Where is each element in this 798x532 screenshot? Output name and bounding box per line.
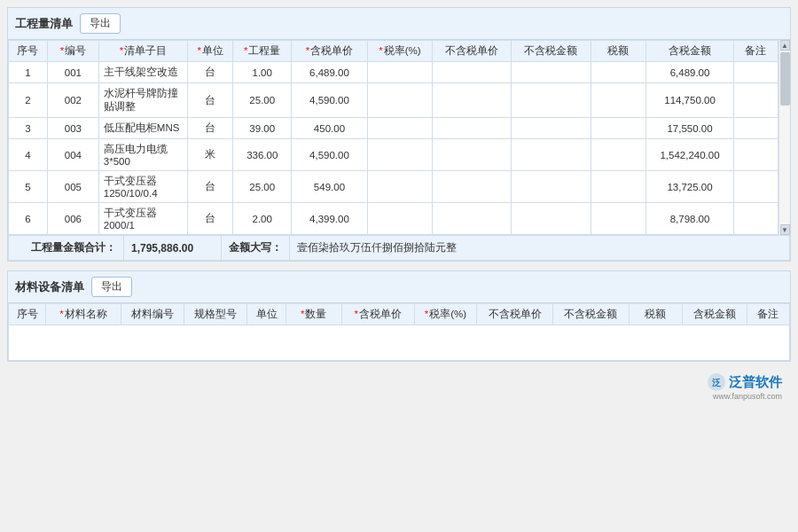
eng-cell-2-7[interactable]: [433, 83, 512, 118]
eng-cell-6-11[interactable]: [733, 203, 778, 235]
engineering-row-4[interactable]: 4004高压电力电缆3*500米336.004,590.001,542,240.…: [9, 139, 778, 171]
eng-cell-3-6[interactable]: [367, 118, 432, 139]
eng-cell-1-4[interactable]: 1.00: [233, 62, 292, 83]
scroll-thumb[interactable]: [780, 52, 790, 106]
logo-area: 泛 泛普软件 www.fanpusoft.com: [7, 371, 791, 404]
eng-cell-6-1[interactable]: 006: [47, 203, 98, 235]
eng-cell-3-11[interactable]: [733, 118, 778, 139]
eng-cell-5-9[interactable]: [591, 171, 646, 203]
col-header-seq: 序号: [9, 41, 48, 62]
engineering-row-6[interactable]: 6006干式变压器2000/1台2.004,399.008,798.00: [9, 203, 778, 235]
eng-cell-5-5[interactable]: 549.00: [292, 171, 367, 203]
eng-cell-6-7[interactable]: [433, 203, 512, 235]
eng-cell-4-8[interactable]: [512, 139, 591, 171]
eng-cell-6-3[interactable]: 台: [188, 203, 233, 235]
eng-cell-2-9[interactable]: [591, 83, 646, 118]
scroll-down-arrow[interactable]: ▼: [780, 224, 790, 235]
eng-cell-2-2[interactable]: 水泥杆号牌防撞贴调整: [98, 83, 188, 118]
eng-cell-5-11[interactable]: [733, 171, 778, 203]
eng-cell-4-6[interactable]: [367, 139, 432, 171]
eng-cell-5-0[interactable]: 5: [9, 171, 48, 203]
eng-cell-5-10[interactable]: 13,725.00: [646, 171, 733, 203]
eng-cell-1-1[interactable]: 001: [47, 62, 98, 83]
engineering-scrollbar[interactable]: ▲ ▼: [778, 40, 790, 235]
eng-cell-4-3[interactable]: 米: [188, 139, 233, 171]
eng-cell-6-4[interactable]: 2.00: [233, 203, 292, 235]
engineering-row-3[interactable]: 3003低压配电柜MNS台39.00450.0017,550.00: [9, 118, 778, 139]
eng-cell-4-2[interactable]: 高压电力电缆3*500: [98, 139, 188, 171]
col-header-name: *清单子目: [98, 41, 188, 62]
col-header-notaxprice: 不含税单价: [433, 41, 512, 62]
eng-cell-1-2[interactable]: 主干线架空改造: [98, 62, 188, 83]
material-header-row: 序号 *材料名称 材料编号 规格型号 单位 *数量 *含税单价 *税率(%) 不…: [9, 304, 790, 325]
material-export-button[interactable]: 导出: [91, 277, 132, 297]
mat-col-taxprice: *含税单价: [341, 304, 414, 325]
scroll-up-arrow[interactable]: ▲: [780, 40, 790, 51]
eng-cell-5-8[interactable]: [512, 171, 591, 203]
eng-cell-6-10[interactable]: 8,798.00: [646, 203, 733, 235]
eng-cell-3-8[interactable]: [512, 118, 591, 139]
col-header-qty: *工程量: [233, 41, 292, 62]
material-empty-row: [9, 325, 790, 361]
engineering-export-button[interactable]: 导出: [80, 13, 121, 34]
eng-cell-2-5[interactable]: 4,590.00: [292, 83, 367, 118]
eng-cell-1-10[interactable]: 6,489.00: [646, 62, 733, 83]
material-title: 材料设备清单: [15, 279, 84, 295]
eng-cell-5-2[interactable]: 干式变压器1250/10/0.4: [98, 171, 188, 203]
eng-cell-2-0[interactable]: 2: [9, 83, 48, 118]
engineering-row-5[interactable]: 5005干式变压器1250/10/0.4台25.00549.0013,725.0…: [9, 171, 778, 203]
eng-cell-1-8[interactable]: [512, 62, 591, 83]
eng-cell-4-5[interactable]: 4,590.00: [292, 139, 367, 171]
col-header-taxamt: 含税金额: [646, 41, 733, 62]
eng-cell-4-9[interactable]: [591, 139, 646, 171]
eng-cell-3-7[interactable]: [433, 118, 512, 139]
eng-cell-3-4[interactable]: 39.00: [233, 118, 292, 139]
eng-cell-4-7[interactable]: [433, 139, 512, 171]
mat-col-num: 材料编号: [121, 304, 184, 325]
eng-cell-1-6[interactable]: [367, 62, 432, 83]
eng-cell-3-2[interactable]: 低压配电柜MNS: [98, 118, 188, 139]
eng-cell-6-9[interactable]: [591, 203, 646, 235]
eng-cell-3-5[interactable]: 450.00: [292, 118, 367, 139]
eng-cell-5-1[interactable]: 005: [47, 171, 98, 203]
eng-cell-6-0[interactable]: 6: [9, 203, 48, 235]
eng-cell-3-3[interactable]: 台: [188, 118, 233, 139]
mat-col-tax: 税额: [629, 304, 682, 325]
engineering-row-2[interactable]: 2002水泥杆号牌防撞贴调整台25.004,590.00114,750.00: [9, 83, 778, 118]
eng-cell-5-4[interactable]: 25.00: [233, 171, 292, 203]
eng-cell-3-9[interactable]: [591, 118, 646, 139]
eng-cell-2-3[interactable]: 台: [188, 83, 233, 118]
eng-cell-2-1[interactable]: 002: [47, 83, 98, 118]
eng-cell-4-1[interactable]: 004: [47, 139, 98, 171]
eng-cell-5-6[interactable]: [367, 171, 432, 203]
eng-cell-4-4[interactable]: 336.00: [233, 139, 292, 171]
mat-col-seq: 序号: [9, 304, 46, 325]
eng-cell-4-0[interactable]: 4: [9, 139, 48, 171]
eng-cell-2-10[interactable]: 114,750.00: [646, 83, 733, 118]
eng-cell-4-11[interactable]: [733, 139, 778, 171]
eng-cell-1-9[interactable]: [591, 62, 646, 83]
eng-cell-1-3[interactable]: 台: [188, 62, 233, 83]
eng-cell-2-8[interactable]: [512, 83, 591, 118]
eng-cell-1-11[interactable]: [733, 62, 778, 83]
eng-cell-6-5[interactable]: 4,399.00: [292, 203, 367, 235]
eng-cell-3-1[interactable]: 003: [47, 118, 98, 139]
eng-cell-1-5[interactable]: 6,489.00: [292, 62, 367, 83]
eng-cell-5-3[interactable]: 台: [188, 171, 233, 203]
eng-cell-1-0[interactable]: 1: [9, 62, 48, 83]
eng-cell-2-11[interactable]: [733, 83, 778, 118]
mat-col-notaxamt: 不含税金额: [552, 304, 629, 325]
logo-main-text: 泛普软件: [729, 374, 782, 391]
eng-cell-5-7[interactable]: [433, 171, 512, 203]
eng-cell-1-7[interactable]: [433, 62, 512, 83]
eng-cell-6-2[interactable]: 干式变压器2000/1: [98, 203, 188, 235]
eng-cell-6-8[interactable]: [512, 203, 591, 235]
eng-cell-4-10[interactable]: 1,542,240.00: [646, 139, 733, 171]
eng-cell-6-6[interactable]: [367, 203, 432, 235]
eng-cell-2-4[interactable]: 25.00: [233, 83, 292, 118]
engineering-row-1[interactable]: 1001主干线架空改造台1.006,489.006,489.00: [9, 62, 778, 83]
eng-cell-3-0[interactable]: 3: [9, 118, 48, 139]
logo-icon: 泛: [707, 372, 726, 392]
eng-cell-2-6[interactable]: [367, 83, 432, 118]
eng-cell-3-10[interactable]: 17,550.00: [646, 118, 733, 139]
